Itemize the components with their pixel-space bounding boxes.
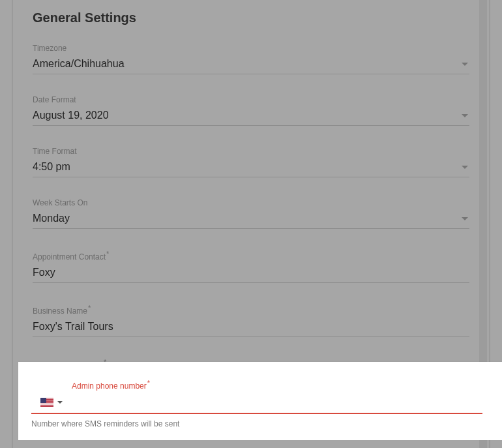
admin-phone-helper: Number where SMS reminders will be sent [31,419,482,428]
business-name-label: Business Name* [33,304,469,316]
chevron-down-icon [462,217,468,220]
time-format-field: Time Format 4:50 pm [33,147,469,177]
admin-phone-label: Admin phone number* [72,379,482,391]
page-title: General Settings [33,10,469,25]
business-name-label-text: Business Name [33,306,87,316]
week-starts-label: Week Starts On [33,198,469,207]
timezone-label: Timezone [33,44,469,53]
week-starts-field: Week Starts On Monday [33,198,469,229]
timezone-value: America/Chihuahua [33,58,462,70]
chevron-down-icon [462,63,468,66]
business-name-field: Business Name* [33,304,469,337]
us-flag-icon [40,398,53,407]
time-format-label: Time Format [33,147,469,156]
appointment-contact-label-text: Appointment Contact [33,252,106,261]
chevron-down-icon [462,166,468,169]
appointment-contact-field: Appointment Contact* [33,250,469,283]
week-starts-value: Monday [33,213,462,224]
admin-phone-label-text: Admin phone number [72,381,147,391]
appointment-contact-label: Appointment Contact* [33,250,469,261]
date-format-field: Date Format August 19, 2020 [33,95,469,126]
timezone-field: Timezone America/Chihuahua [33,44,469,74]
chevron-down-icon [57,401,63,404]
settings-content: General Settings Timezone America/Chihua… [13,0,489,391]
week-starts-select[interactable]: Monday [33,210,469,229]
time-format-value: 4:50 pm [33,161,462,173]
date-format-value: August 19, 2020 [33,110,462,121]
admin-phone-card: Admin phone number* Number where SMS rem… [18,362,502,440]
appointment-contact-input[interactable] [33,264,469,283]
required-asterisk: * [106,250,109,258]
time-format-select[interactable]: 4:50 pm [33,158,469,177]
admin-phone-row [31,395,482,414]
country-code-selector[interactable] [38,396,65,408]
timezone-select[interactable]: America/Chihuahua [33,55,469,74]
business-name-input[interactable] [33,318,469,337]
required-asterisk: * [147,379,150,387]
date-format-select[interactable]: August 19, 2020 [33,107,469,126]
chevron-down-icon [462,114,468,117]
required-asterisk: * [88,304,91,312]
admin-phone-input[interactable] [65,395,482,410]
date-format-label: Date Format [33,95,469,104]
